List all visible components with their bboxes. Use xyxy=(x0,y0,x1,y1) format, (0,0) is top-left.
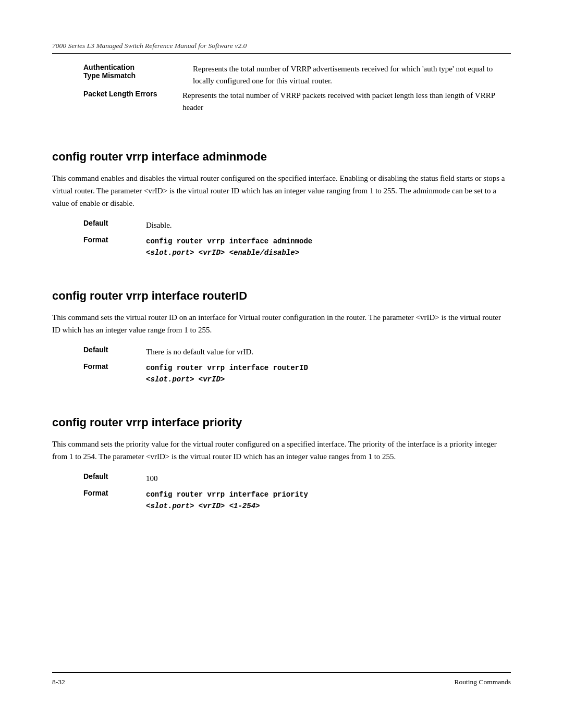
section1-details: Default Disable. Format config router vr… xyxy=(83,219,511,263)
page: 7000 Series L3 Managed Switch Reference … xyxy=(0,0,563,728)
section2-format-value: config router vrrp interface routerID <s… xyxy=(146,362,511,386)
section1-title: config router vrrp interface adminmode xyxy=(52,150,511,164)
section3-details: Default 100 Format config router vrrp in… xyxy=(83,472,511,516)
auth-table: Authentication Type Mismatch Represents … xyxy=(83,63,511,119)
footer-rule xyxy=(52,672,511,673)
section3-default-row: Default 100 xyxy=(83,472,511,485)
section2-details: Default There is no default value for vr… xyxy=(83,346,511,390)
section3-format-row: Format config router vrrp interface prio… xyxy=(83,489,511,512)
section3-format-value: config router vrrp interface priority <s… xyxy=(146,489,511,512)
footer-content: 8-32 Routing Commands xyxy=(52,678,511,686)
section1-body: This command enables and disables the vi… xyxy=(52,172,511,209)
section2-body: This command sets the virtual router ID … xyxy=(52,311,511,336)
auth-group-label: Authentication Type Mismatch xyxy=(83,63,193,80)
section3-body: This command sets the priority value for… xyxy=(52,438,511,463)
section-label: Routing Commands xyxy=(455,678,511,686)
footer: 8-32 Routing Commands xyxy=(52,662,511,686)
auth-header-row: Authentication Type Mismatch Represents … xyxy=(83,63,511,88)
section2-title: config router vrrp interface routerID xyxy=(52,289,511,303)
header-text: 7000 Series L3 Managed Switch Reference … xyxy=(52,42,511,50)
auth-row-2: Packet Length Errors Represents the tota… xyxy=(83,90,511,114)
section2-default-row: Default There is no default value for vr… xyxy=(83,346,511,358)
section3-title: config router vrrp interface priority xyxy=(52,416,511,429)
section1-format-value: config router vrrp interface adminmode <… xyxy=(146,236,511,259)
header-rule xyxy=(52,53,511,54)
section1-format-row: Format config router vrrp interface admi… xyxy=(83,236,511,259)
section1-default-row: Default Disable. xyxy=(83,219,511,231)
section2-format-row: Format config router vrrp interface rout… xyxy=(83,362,511,386)
page-number: 8-32 xyxy=(52,678,65,686)
